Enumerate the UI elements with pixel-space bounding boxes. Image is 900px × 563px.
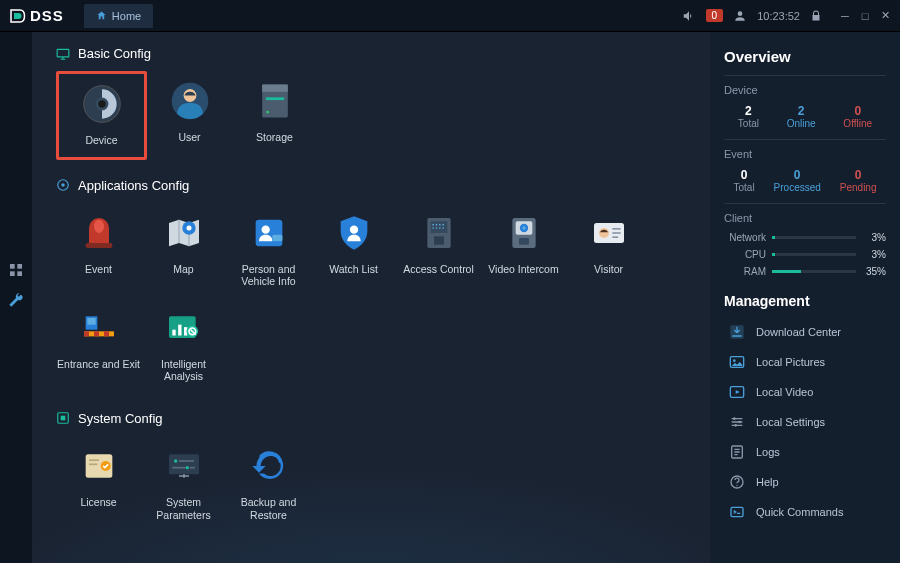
tile-intelligent-analysis[interactable]: Intelligent Analysis [141,298,226,393]
device-stats: 2Total 2Online 0Offline [724,104,886,129]
mgmt-local-pictures[interactable]: Local Pictures [724,347,886,377]
mgmt-download-center[interactable]: Download Center [724,317,886,347]
download-icon [728,323,746,341]
mgmt-video-label: Local Video [756,386,813,398]
svg-point-18 [94,219,104,232]
tile-video-intercom[interactable]: Video Intercom [481,203,566,298]
tile-device-label: Device [85,134,117,147]
tile-person-vehicle[interactable]: Person and Vehicle Info [226,203,311,298]
svg-point-31 [432,227,434,229]
svg-rect-35 [434,236,444,244]
mgmt-local-video[interactable]: Local Video [724,377,886,407]
user-tile-icon [168,79,212,123]
tile-storage-label: Storage [256,131,293,144]
tile-map[interactable]: Map [141,203,226,298]
svg-point-65 [174,459,177,462]
svg-point-29 [439,223,441,225]
apps-grid-icon[interactable] [8,262,24,278]
logo-icon [8,7,26,25]
svg-rect-69 [189,467,194,469]
mgmt-local-settings[interactable]: Local Settings [724,407,886,437]
svg-rect-68 [172,467,185,469]
svg-point-28 [435,223,437,225]
overview-device-label: Device [724,75,886,96]
mgmt-help[interactable]: Help [724,467,886,497]
tile-entrance-exit[interactable]: Entrance and Exit [56,298,141,393]
tile-storage[interactable]: Storage [232,71,317,160]
tab-home[interactable]: Home [84,4,153,28]
svg-rect-44 [612,232,620,234]
home-icon [96,10,107,21]
tile-event[interactable]: Event [56,203,141,298]
event-icon [77,211,121,255]
intelligent-analysis-icon [162,306,206,350]
tile-person-vehicle-label: Person and Vehicle Info [226,263,311,288]
tile-watch-list[interactable]: Watch List [311,203,396,298]
svg-rect-45 [612,236,618,238]
window-close-icon[interactable]: ✕ [878,9,892,23]
client-cpu-row: CPU 3% [724,249,886,260]
user-icon[interactable] [733,9,747,23]
tile-access-control-label: Access Control [403,263,474,276]
access-control-icon [417,211,461,255]
watch-list-icon [332,211,376,255]
svg-rect-47 [84,331,89,336]
svg-point-72 [733,359,736,362]
svg-rect-53 [172,329,175,335]
settings-wrench-icon[interactable] [8,292,24,308]
overview-event-label: Event [724,139,886,160]
tile-license[interactable]: License [56,436,141,531]
license-icon [77,444,121,488]
lock-icon[interactable] [810,10,822,22]
svg-point-79 [736,485,737,486]
picture-icon [728,353,746,371]
client-cpu-label: CPU [724,249,772,260]
tile-video-intercom-label: Video Intercom [488,263,558,276]
tile-access-control[interactable]: Access Control [396,203,481,298]
tile-backup-restore[interactable]: Backup and Restore [226,436,311,531]
tile-user[interactable]: User [147,71,232,160]
window-minimize-icon[interactable]: ─ [838,9,852,23]
svg-rect-49 [104,331,109,336]
svg-point-39 [522,226,525,229]
window-maximize-icon[interactable]: □ [858,9,872,23]
client-cpu-pct: 3% [856,249,886,260]
event-pending-num: 0 [840,168,877,182]
svg-rect-66 [179,460,194,462]
video-intercom-icon [502,211,546,255]
mgmt-download-label: Download Center [756,326,841,338]
mgmt-logs[interactable]: Logs [724,437,886,467]
overview-client-label: Client [724,203,886,224]
tile-visitor[interactable]: Visitor [566,203,651,298]
app-logo: DSS [8,7,64,25]
tile-watch-list-label: Watch List [329,263,378,276]
tile-device[interactable]: Device [56,71,147,160]
mgmt-quick-commands-label: Quick Commands [756,506,843,518]
svg-rect-0 [10,264,15,269]
device-online-lbl: Online [787,118,816,129]
event-processed-num: 0 [774,168,821,182]
clock-time: 10:23:52 [757,10,800,22]
video-icon [728,383,746,401]
svg-rect-3 [17,271,22,276]
mgmt-settings-label: Local Settings [756,416,825,428]
client-ram-pct: 35% [856,266,886,277]
backup-restore-icon [247,444,291,488]
tile-system-params-label: System Parameters [141,496,226,521]
tile-system-params[interactable]: System Parameters [141,436,226,531]
svg-point-76 [734,424,737,427]
svg-point-33 [439,227,441,229]
mgmt-quick-commands[interactable]: Quick Commands [724,497,886,527]
section-apps-title: Applications Config [78,178,189,193]
svg-rect-59 [61,416,66,421]
tile-user-label: User [178,131,200,144]
topbar-right: 0 10:23:52 ─ □ ✕ [682,9,892,23]
alert-badge[interactable]: 0 [706,9,724,22]
svg-point-24 [349,225,357,233]
svg-rect-64 [169,454,199,474]
svg-rect-2 [10,271,15,276]
svg-point-34 [442,227,444,229]
svg-point-22 [261,225,269,233]
client-network-label: Network [724,232,772,243]
volume-icon[interactable] [682,9,696,23]
